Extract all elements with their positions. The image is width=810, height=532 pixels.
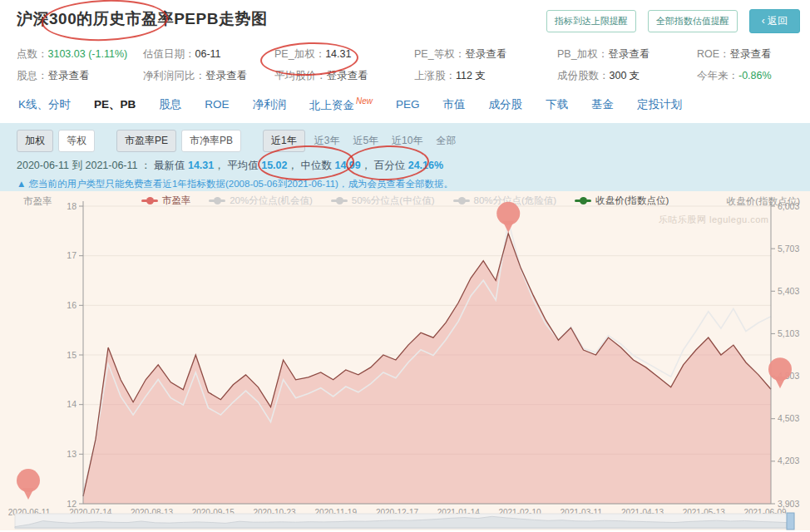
percentile-label: 百分位 xyxy=(374,160,406,171)
stat-label: 股息： xyxy=(17,70,48,81)
axis-tick-label: 18 xyxy=(67,200,77,210)
weight-toggle-等权[interactable]: 等权 xyxy=(58,130,95,152)
range-toggle-全部[interactable]: 全部 xyxy=(432,131,460,151)
page: 沪深300的历史市盈率PEPB走势图 指标到达上限提醒全部指数估值提醒‹ 返回 … xyxy=(0,0,810,532)
stat-value: 14.31 xyxy=(325,48,351,60)
membership-notice[interactable]: ▲ 您当前的用户类型只能免费查看近1年指标数据(2008-05-06到2021-… xyxy=(17,178,793,190)
stat-value: -0.86% xyxy=(738,70,772,81)
min-marker-pin xyxy=(17,469,40,492)
latest-label: 最新值 xyxy=(154,160,185,171)
stat-item: 平均股价：登录查看 xyxy=(274,69,414,83)
axis-tick-label: 4,503 xyxy=(778,413,799,423)
axis-tick-label: 4,203 xyxy=(778,456,799,466)
range-toggle: 近1年近3年近5年近10年全部 xyxy=(263,130,460,152)
stat-value: 112 支 xyxy=(456,70,486,81)
stat-label: 平均股价： xyxy=(274,70,327,81)
metric-toggle-市净率PB[interactable]: 市净率PB xyxy=(181,130,241,152)
back-button[interactable]: ‹ 返回 xyxy=(749,9,800,33)
axis-tick-label: 5,403 xyxy=(778,285,799,295)
stat-label: 点数： xyxy=(17,48,48,60)
range-summary: 2020-06-11 到 2021-06-11 ： 最新值 14.31， 平均值… xyxy=(17,159,793,173)
pe-area-fill xyxy=(83,233,771,503)
stat-value[interactable]: 登录查看 xyxy=(205,70,247,81)
header-buttons: 指标到达上限提醒全部指数估值提醒‹ 返回 xyxy=(546,9,800,33)
range-toggle-近10年[interactable]: 近10年 xyxy=(388,131,427,151)
weight-toggle-加权[interactable]: 加权 xyxy=(17,130,53,152)
header: 沪深300的历史市盈率PEPB走势图 指标到达上限提醒全部指数估值提醒‹ 返回 xyxy=(0,0,810,40)
nav-tab-净利润[interactable]: 净利润 xyxy=(241,97,299,112)
nav-tab-ROE[interactable]: ROE xyxy=(193,98,240,111)
stat-value: 06-11 xyxy=(195,48,221,60)
weight-toggle: 加权等权 xyxy=(17,130,95,152)
metric-toggle-市盈率PE[interactable]: 市盈率PE xyxy=(116,130,176,152)
stat-item: 点数：3103.03 (-1.11%) xyxy=(17,47,143,62)
date-from: 2020-06-11 xyxy=(17,160,69,171)
range-toggle-近3年[interactable]: 近3年 xyxy=(310,131,344,151)
stat-label: PE_加权： xyxy=(274,48,325,60)
stat-value: 3103.03 (-1.11%) xyxy=(48,48,128,60)
stat-label: PB_加权： xyxy=(557,48,608,60)
axis-tick-label: 6,003 xyxy=(778,200,799,210)
stat-label: 估值日期： xyxy=(143,48,195,60)
stat-value[interactable]: 登录查看 xyxy=(327,70,368,81)
axis-tick-label: 14 xyxy=(67,399,77,409)
nav-tabs: K线、分时PE、PB股息ROE净利润北上资金NewPEG市值成分股下载基金定投计… xyxy=(0,88,810,123)
nav-tab-下载[interactable]: 下载 xyxy=(534,97,580,112)
nav-tab-基金[interactable]: 基金 xyxy=(580,97,625,112)
latest-marker-pin xyxy=(768,357,792,381)
nav-tab-股息[interactable]: 股息 xyxy=(147,97,193,112)
nav-tab-北上资金[interactable]: 北上资金New xyxy=(298,96,384,113)
filter-panel: 加权等权市盈率PE市净率PB近1年近3年近5年近10年全部 2020-06-11… xyxy=(0,123,810,191)
stats-grid: 点数：3103.03 (-1.11%)估值日期：06-11PE_加权：14.31… xyxy=(17,43,793,86)
range-toggle-近1年[interactable]: 近1年 xyxy=(263,130,305,152)
nav-tab-定投计划[interactable]: 定投计划 xyxy=(625,97,694,112)
axis-tick-label: 5,103 xyxy=(778,328,799,337)
stat-value[interactable]: 登录查看 xyxy=(608,48,649,60)
nav-tab-K线、分时[interactable]: K线、分时 xyxy=(7,97,82,112)
date-to: 2021-06-11 xyxy=(85,160,137,171)
axis-tick-label: 17 xyxy=(67,250,77,260)
stat-item: PE_等权：登录查看 xyxy=(414,47,557,62)
datazoom-handle[interactable] xyxy=(787,513,794,530)
stat-label: PE_等权： xyxy=(414,48,465,60)
stat-item: 成份股数：300 支 xyxy=(557,69,697,83)
median-label: 中位数 xyxy=(300,160,332,171)
stat-value[interactable]: 登录查看 xyxy=(48,70,90,81)
median-value: 14.99 xyxy=(334,160,360,171)
range-toggle-近5年[interactable]: 近5年 xyxy=(348,131,383,151)
stat-label: 成份股数： xyxy=(557,70,610,81)
stat-label: ROE： xyxy=(697,48,730,60)
nav-tab-PE、PB[interactable]: PE、PB xyxy=(82,97,147,112)
nav-tab-市值[interactable]: 市值 xyxy=(432,97,477,112)
page-title: 沪深300的历史市盈率PEPB走势图 xyxy=(17,8,267,30)
avg-label: 平均值 xyxy=(227,160,259,171)
axis-tick-label: 5,703 xyxy=(778,243,799,253)
axis-tick-label: 13 xyxy=(67,448,77,458)
stat-item: 上涨股：112 支 xyxy=(414,69,557,83)
avg-value: 15.02 xyxy=(261,160,287,171)
stat-item: 股息：登录查看 xyxy=(17,69,143,83)
stat-item: PE_加权：14.31 xyxy=(274,47,414,62)
stat-value[interactable]: 登录查看 xyxy=(730,48,772,60)
stat-value: 300 支 xyxy=(610,70,640,81)
header-button-1[interactable]: 全部指数估值提醒 xyxy=(648,10,738,32)
max-marker-pin xyxy=(496,201,520,224)
chart-section: 市盈率 收盘价(指数点位) 市盈率20%分位点(机会值)50%分位点(中位值)8… xyxy=(0,191,810,530)
stat-item: ROE：登录查看 xyxy=(697,47,793,62)
stat-item: 估值日期：06-11 xyxy=(143,47,274,62)
stat-value[interactable]: 登录查看 xyxy=(465,48,506,60)
stat-label: 今年来： xyxy=(697,70,738,81)
toggle-groups: 加权等权市盈率PE市净率PB近1年近3年近5年近10年全部 xyxy=(17,130,793,152)
axis-tick-label: 15 xyxy=(67,349,77,359)
stat-label: 上涨股： xyxy=(414,70,456,81)
stat-item: 今年来：-0.86% xyxy=(697,69,793,83)
nav-tab-PEG[interactable]: PEG xyxy=(384,98,432,111)
stats-section: 点数：3103.03 (-1.11%)估值日期：06-11PE_加权：14.31… xyxy=(0,40,810,88)
nav-tab-成分股[interactable]: 成分股 xyxy=(477,97,535,112)
metric-toggle: 市盈率PE市净率PB xyxy=(116,130,241,152)
stat-item: PB_加权：登录查看 xyxy=(557,47,697,62)
percentile-value: 24.16% xyxy=(408,160,443,171)
header-button-0[interactable]: 指标到达上限提醒 xyxy=(546,10,636,32)
stat-label: 净利润同比： xyxy=(143,70,205,81)
pe-trend-chart[interactable]: 181716151413126,0035,7035,4035,1034,8034… xyxy=(0,191,810,530)
